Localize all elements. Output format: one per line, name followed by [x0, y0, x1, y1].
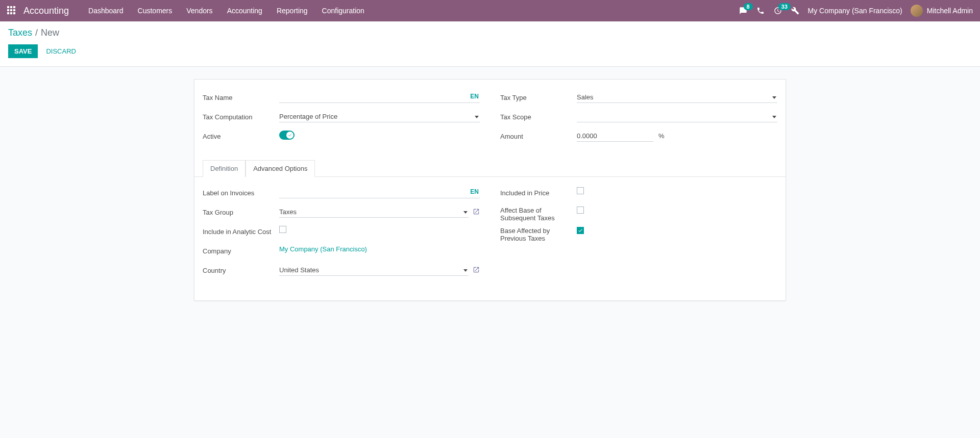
country-label: Country — [203, 265, 279, 274]
amount-input[interactable] — [577, 131, 653, 142]
control-bar: Taxes / New SAVE DISCARD — [0, 21, 980, 67]
tax-computation-label: Tax Computation — [203, 111, 279, 121]
field-active: Active — [203, 131, 480, 145]
country-select[interactable] — [279, 265, 469, 276]
advanced-col-right: Included in Price Affect Base of Subsequ… — [500, 187, 777, 284]
breadcrumb: Taxes / New — [8, 28, 972, 38]
advanced-col-left: Label on Invoices EN Tax Group — [203, 187, 480, 284]
amount-suffix: % — [658, 132, 665, 140]
nav-vendors[interactable]: Vendors — [179, 0, 219, 21]
field-include-analytic: Include in Analytic Cost — [203, 226, 480, 240]
field-affect-base: Affect Base of Subsequent Taxes — [500, 207, 777, 222]
country-external-link-icon[interactable] — [473, 266, 480, 275]
app-brand[interactable]: Accounting — [23, 6, 69, 16]
nav-customers[interactable]: Customers — [131, 0, 180, 21]
active-label: Active — [203, 131, 279, 140]
debug-icon[interactable] — [791, 6, 800, 15]
field-company: Company My Company (San Francisco) — [203, 245, 480, 260]
discard-button[interactable]: DISCARD — [40, 44, 82, 58]
breadcrumb-sep: / — [35, 28, 38, 38]
label-invoices-label: Label on Invoices — [203, 187, 279, 197]
company-selector[interactable]: My Company (San Francisco) — [808, 7, 902, 15]
activities-badge: 33 — [778, 3, 791, 10]
avatar — [911, 5, 923, 17]
base-affected-label: Base Affected by Previous Taxes — [500, 227, 577, 242]
nav-dashboard[interactable]: Dashboard — [81, 0, 131, 21]
form-col-right: Tax Type Tax Scope — [500, 92, 777, 150]
advanced-row: Label on Invoices EN Tax Group — [203, 187, 777, 284]
nav-configuration[interactable]: Configuration — [315, 0, 372, 21]
action-buttons: SAVE DISCARD — [8, 44, 972, 58]
active-toggle[interactable] — [279, 131, 295, 140]
field-amount: Amount % — [500, 131, 777, 145]
field-included-price: Included in Price — [500, 187, 777, 201]
base-affected-checkbox[interactable] — [577, 227, 584, 234]
affect-base-checkbox[interactable] — [577, 207, 584, 214]
tab-content-advanced: Label on Invoices EN Tax Group — [203, 177, 777, 284]
included-price-checkbox[interactable] — [577, 187, 584, 194]
field-country: Country — [203, 265, 480, 279]
tax-group-label: Tax Group — [203, 207, 279, 216]
affect-base-label: Affect Base of Subsequent Taxes — [500, 207, 577, 222]
field-tax-name: Tax Name EN — [203, 92, 480, 106]
phone-icon[interactable] — [756, 6, 765, 15]
messages-icon[interactable]: 8 — [739, 6, 748, 15]
field-label-invoices: Label on Invoices EN — [203, 187, 480, 201]
user-name: Mitchell Admin — [927, 7, 973, 15]
tab-definition[interactable]: Definition — [203, 160, 246, 177]
save-button[interactable]: SAVE — [8, 44, 38, 58]
tax-scope-select[interactable] — [577, 111, 777, 122]
field-base-affected: Base Affected by Previous Taxes — [500, 227, 777, 242]
tabs: Definition Advanced Options — [194, 160, 786, 177]
form-top-row: Tax Name EN Tax Computation — [203, 92, 777, 150]
field-tax-type: Tax Type — [500, 92, 777, 106]
included-price-label: Included in Price — [500, 187, 577, 197]
top-navbar: Accounting Dashboard Customers Vendors A… — [0, 0, 980, 21]
include-analytic-checkbox[interactable] — [279, 226, 286, 233]
apps-icon[interactable] — [7, 6, 16, 15]
include-analytic-label: Include in Analytic Cost — [203, 226, 279, 236]
tax-type-label: Tax Type — [500, 92, 577, 101]
tax-name-label: Tax Name — [203, 92, 279, 101]
breadcrumb-leaf: New — [41, 28, 59, 38]
nav-reporting[interactable]: Reporting — [270, 0, 315, 21]
tax-group-external-link-icon[interactable] — [473, 208, 480, 217]
tax-group-select[interactable] — [279, 207, 469, 218]
label-invoices-input[interactable] — [279, 187, 480, 198]
toggle-check-icon — [286, 132, 293, 139]
nav-menu: Dashboard Customers Vendors Accounting R… — [81, 0, 372, 21]
content-area: Tax Name EN Tax Computation — [0, 67, 980, 313]
company-link[interactable]: My Company (San Francisco) — [279, 245, 367, 253]
activities-icon[interactable]: 33 — [773, 6, 782, 15]
breadcrumb-root[interactable]: Taxes — [8, 28, 32, 38]
field-tax-scope: Tax Scope — [500, 111, 777, 125]
field-tax-computation: Tax Computation — [203, 111, 480, 125]
form-sheet: Tax Name EN Tax Computation — [194, 79, 786, 301]
tax-computation-select[interactable] — [279, 111, 480, 122]
nav-accounting[interactable]: Accounting — [220, 0, 270, 21]
tax-name-lang-badge[interactable]: EN — [470, 93, 479, 100]
field-tax-group: Tax Group — [203, 207, 480, 221]
tax-name-input[interactable] — [279, 92, 480, 103]
amount-label: Amount — [500, 131, 577, 140]
user-menu[interactable]: Mitchell Admin — [911, 5, 973, 17]
messages-badge: 8 — [744, 3, 753, 10]
form-col-left: Tax Name EN Tax Computation — [203, 92, 480, 150]
label-invoices-lang-badge[interactable]: EN — [470, 188, 479, 195]
tax-scope-label: Tax Scope — [500, 111, 577, 121]
navbar-right: 8 33 My Company (San Francisco) Mitchell… — [739, 5, 973, 17]
navbar-left: Accounting Dashboard Customers Vendors A… — [7, 0, 372, 21]
tab-advanced-options[interactable]: Advanced Options — [246, 160, 315, 177]
company-label: Company — [203, 245, 279, 255]
tax-type-select[interactable] — [577, 92, 777, 103]
